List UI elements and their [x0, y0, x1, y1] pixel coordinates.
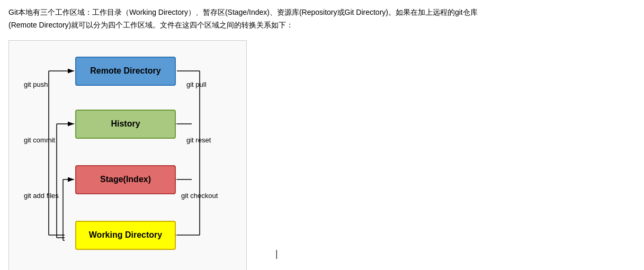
git-add-label: git add files: [24, 192, 59, 200]
git-push-label: git push: [24, 80, 48, 88]
git-checkout-label: git checkout: [181, 192, 218, 200]
diagram-inner: Remote Directory History Stage(Index) Wo…: [20, 51, 221, 270]
git-commit-label: git commit: [24, 136, 55, 144]
git-reset-label: git reset: [186, 136, 211, 144]
box-stage: Stage(Index): [75, 165, 176, 194]
text-cursor: |: [275, 248, 278, 259]
diagram-container: Remote Directory History Stage(Index) Wo…: [8, 40, 247, 270]
box-remote: Remote Directory: [75, 57, 176, 86]
git-pull-label: git pull: [186, 80, 207, 88]
box-history: History: [75, 110, 176, 139]
box-working: Working Directory: [75, 221, 176, 250]
intro-text: Git本地有三个工作区域：工作目录（Working Directory）、暂存区…: [8, 6, 485, 32]
